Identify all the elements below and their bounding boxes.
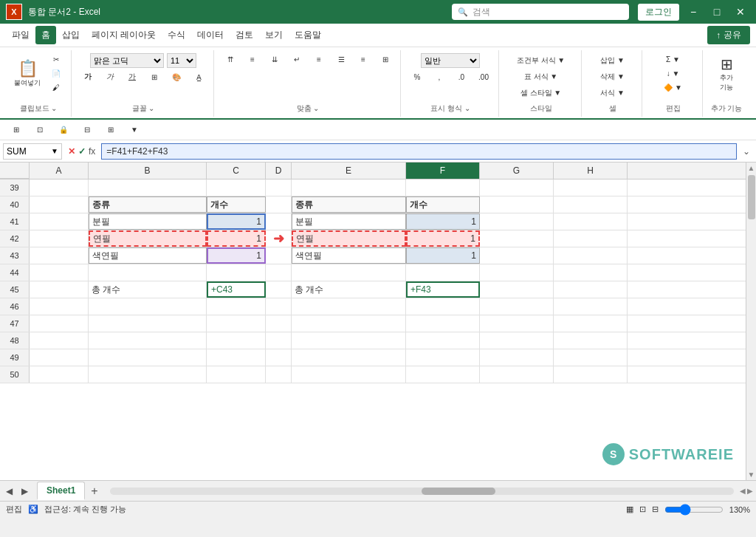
cell-g41[interactable] (480, 213, 554, 230)
cell-g48[interactable] (480, 332, 554, 349)
col-header-a[interactable]: A (30, 163, 89, 179)
col-header-d[interactable]: D (266, 163, 292, 179)
insert-cell-button[interactable]: 삽입 ▼ (597, 53, 628, 68)
cell-c45[interactable]: +C43 (207, 281, 266, 298)
comma-button[interactable]: , (429, 71, 450, 83)
wrap-text-button[interactable]: ↵ (286, 53, 307, 66)
cell-f47[interactable] (406, 315, 480, 332)
cell-c42[interactable]: 1 (207, 230, 266, 247)
formula-expand-icon[interactable]: ⌄ (740, 146, 753, 157)
cell-a48[interactable] (30, 332, 89, 349)
menu-formula[interactable]: 수식 (162, 26, 191, 44)
cell-e41[interactable]: 분필 (292, 213, 406, 230)
font-color-button[interactable]: A̲ (188, 71, 209, 83)
scroll-up-btn[interactable]: ▲ (746, 163, 756, 174)
cell-b48[interactable] (89, 332, 207, 349)
cell-b41[interactable]: 분필 (89, 213, 207, 230)
menu-home[interactable]: 홈 (35, 26, 56, 44)
cell-a41[interactable] (30, 213, 89, 230)
scroll-thumb[interactable] (748, 175, 755, 219)
row-num-48[interactable]: 48 (0, 332, 30, 349)
cell-e39[interactable] (292, 179, 406, 196)
maximize-button[interactable]: □ (707, 4, 726, 20)
cell-a42[interactable] (30, 230, 89, 247)
cell-a44[interactable] (30, 264, 89, 281)
cell-a45[interactable] (30, 281, 89, 298)
cell-h45[interactable] (554, 281, 628, 298)
cell-g40[interactable] (480, 196, 554, 213)
number-format-select[interactable]: 일반 (421, 53, 480, 68)
percent-button[interactable]: % (407, 71, 427, 83)
cell-e40[interactable]: 종류 (292, 196, 406, 213)
clear-button[interactable]: 🔶 ▼ (660, 81, 686, 94)
view-page-btn[interactable]: ⊡ (639, 504, 646, 514)
cell-h44[interactable] (554, 264, 628, 281)
cell-e44[interactable] (292, 264, 406, 281)
extra-functions-button[interactable]: ⊞ 추가 기능 (716, 53, 737, 95)
fill-color-button[interactable]: 🎨 (166, 71, 187, 83)
cell-d49[interactable] (266, 349, 292, 366)
prev-sheet-btn[interactable]: ◀ (3, 485, 16, 498)
cell-h49[interactable] (554, 349, 628, 366)
align-center-button[interactable]: ☰ (331, 53, 351, 66)
row-num-41[interactable]: 41 (0, 213, 30, 230)
italic-button[interactable]: 가 (100, 69, 120, 84)
cell-h40[interactable] (554, 196, 628, 213)
cell-g49[interactable] (480, 349, 554, 366)
cell-f39[interactable] (406, 179, 480, 196)
cell-f41[interactable]: 1 (406, 213, 480, 230)
border-button[interactable]: ⊞ (144, 71, 165, 83)
row-num-46[interactable]: 46 (0, 298, 30, 315)
align-top-button[interactable]: ⇈ (220, 53, 241, 66)
cell-e45[interactable]: 총 개수 (292, 281, 406, 298)
cell-f50[interactable] (406, 366, 480, 383)
cell-a46[interactable] (30, 298, 89, 315)
cell-f40[interactable]: 개수 (406, 196, 480, 213)
cell-b43[interactable]: 색연필 (89, 247, 207, 264)
row-num-40[interactable]: 40 (0, 196, 30, 213)
sheet-tab-sheet1[interactable]: Sheet1 (37, 482, 85, 500)
cell-a49[interactable] (30, 349, 89, 366)
cut-button[interactable]: ✂ (46, 53, 66, 66)
cell-h50[interactable] (554, 366, 628, 383)
cell-c50[interactable] (207, 366, 266, 383)
row-num-42[interactable]: 42 (0, 230, 30, 247)
menu-insert[interactable]: 삽입 (56, 26, 86, 44)
confirm-formula-icon[interactable]: ✓ (78, 146, 86, 157)
fill-button[interactable]: ↓ ▼ (660, 67, 686, 80)
menu-data[interactable]: 데이터 (191, 26, 230, 44)
more-button[interactable]: ▼ (124, 123, 145, 136)
cell-d45[interactable] (266, 281, 292, 298)
horizontal-scrollbar[interactable] (110, 488, 734, 495)
search-box[interactable]: 🔍 검색 (452, 4, 629, 20)
cell-g45[interactable] (480, 281, 554, 298)
cell-f45[interactable]: +F43 (406, 281, 480, 298)
col-header-c[interactable]: C (207, 163, 266, 179)
cell-d41[interactable] (266, 213, 292, 230)
scroll-left-btn[interactable]: ◀ (740, 487, 746, 495)
cell-b39[interactable] (89, 179, 207, 196)
menu-file[interactable]: 파일 (6, 26, 35, 44)
cell-e48[interactable] (292, 332, 406, 349)
cell-g46[interactable] (480, 298, 554, 315)
row-num-49[interactable]: 49 (0, 349, 30, 366)
cell-b40[interactable]: 종류 (89, 196, 207, 213)
cell-c43[interactable]: 1 (207, 247, 266, 264)
cell-f46[interactable] (406, 298, 480, 315)
cell-b50[interactable] (89, 366, 207, 383)
row-num-50[interactable]: 50 (0, 366, 30, 383)
cell-b45[interactable]: 총 개수 (89, 281, 207, 298)
col-header-h[interactable]: H (554, 163, 628, 179)
next-sheet-btn[interactable]: ▶ (18, 485, 31, 498)
align-left-button[interactable]: ≡ (309, 53, 329, 66)
row-num-45[interactable]: 45 (0, 281, 30, 298)
scroll-right-btn[interactable]: ▶ (747, 487, 753, 495)
share-button[interactable]: ↑ 공유 (707, 26, 750, 44)
cell-d46[interactable] (266, 298, 292, 315)
cell-b42[interactable]: 연필 (89, 230, 207, 247)
cell-e42[interactable]: 연필 (292, 230, 406, 247)
cell-e49[interactable] (292, 349, 406, 366)
cell-a43[interactable] (30, 247, 89, 264)
cell-h46[interactable] (554, 298, 628, 315)
cell-f48[interactable] (406, 332, 480, 349)
